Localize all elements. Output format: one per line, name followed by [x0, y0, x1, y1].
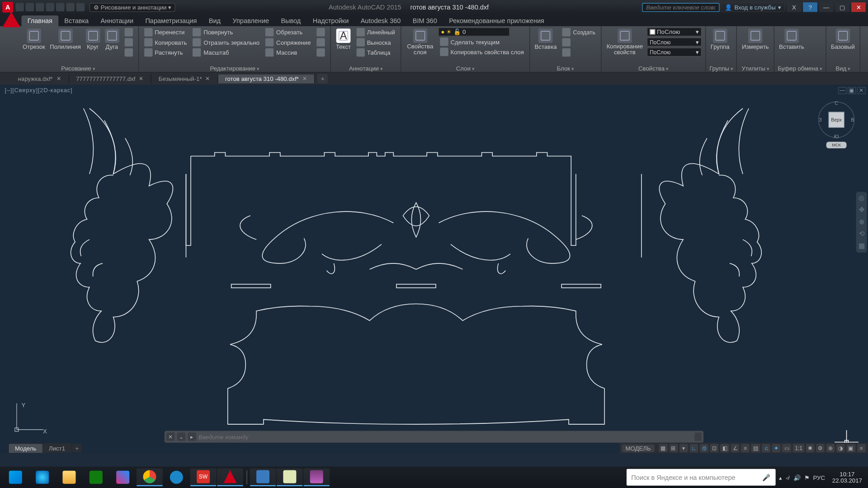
infer-toggle[interactable]: ▾ [679, 444, 688, 452]
baseview-button[interactable]: Базовый [830, 28, 856, 52]
panel-clipboard-title[interactable]: Буфер обмена [778, 64, 822, 72]
transparency-toggle[interactable]: ▤ [751, 444, 760, 452]
selection-cycle[interactable]: ⎌ [762, 444, 770, 452]
hardware-accel[interactable]: ⊕ [826, 444, 835, 452]
tray-flag-icon[interactable]: ⚑ [804, 474, 810, 481]
taskbar-winrar[interactable] [303, 468, 330, 486]
taskbar-explorer[interactable] [56, 468, 82, 486]
ribbon-tab-view[interactable]: Вид [203, 15, 227, 26]
close-icon[interactable]: ✕ [139, 75, 144, 81]
trim-button[interactable]: Обрезать [264, 28, 312, 37]
fillet-button[interactable]: Сопряжение [264, 38, 312, 47]
mirror-button[interactable]: Отразить зеркально [191, 38, 262, 47]
doctab-0[interactable]: наружка.dxf*✕ [11, 74, 69, 83]
yandex-searchbar[interactable]: Поиск в Яндексе и на компьютере 🎤 [627, 469, 776, 486]
qat-redo-icon[interactable] [76, 3, 85, 11]
lineweight-dropdown[interactable]: ПоСлою▾ [647, 38, 702, 47]
drawing-canvas[interactable]: [–][Сверху][2D-каркас] — ▣ ✕ Верх С З В … [0, 84, 868, 453]
clean-screen[interactable]: ▣ [847, 444, 856, 452]
ortho-toggle[interactable]: ∟ [689, 444, 698, 452]
maximize-button[interactable]: ▢ [835, 2, 849, 12]
polyline-button[interactable]: Полилиния [49, 28, 82, 52]
qat-open-icon[interactable] [26, 3, 34, 11]
copy-button[interactable]: Копировать [142, 38, 189, 47]
quick-props[interactable]: ▭ [783, 444, 792, 452]
tray-expand-icon[interactable]: ▴ [779, 474, 782, 481]
doctab-1[interactable]: 777777777777777.dxf✕ [69, 74, 151, 83]
draw-mini-1[interactable] [123, 28, 134, 37]
doctab-3[interactable]: готов августа 310 -480.dxf*✕ [218, 74, 315, 83]
taskbar-notepad[interactable] [277, 468, 303, 486]
qat-saveas-icon[interactable] [46, 3, 54, 11]
arc-button[interactable]: Дуга [104, 28, 120, 52]
tray-network-icon[interactable]: ◃⁾ [786, 474, 790, 481]
ribbon-tab-parametric[interactable]: Параметризация [139, 15, 203, 26]
panel-groups-title[interactable]: Группы [709, 64, 733, 72]
taskbar-store[interactable] [83, 468, 109, 486]
workspace-dropdown[interactable]: ⚙ Рисование и аннотации ▾ [90, 3, 175, 12]
ribbon-tab-insert[interactable]: Вставка [58, 15, 94, 26]
osnap-toggle[interactable]: ⊡ [710, 444, 718, 452]
infocenter-search[interactable] [642, 3, 719, 12]
create-block-button[interactable]: Создать [560, 28, 597, 37]
ribbon-tab-annotate[interactable]: Аннотации [94, 15, 139, 26]
mic-icon[interactable]: 🎤 [762, 474, 770, 481]
new-doc-button[interactable]: + [317, 74, 328, 84]
layout-add-button[interactable]: + [72, 444, 82, 452]
modify-mini-2[interactable] [315, 38, 327, 47]
lwt-toggle[interactable]: ≡ [741, 444, 750, 452]
layout-tab-sheet1[interactable]: Лист1 [42, 443, 72, 453]
modify-mini-3[interactable] [315, 47, 327, 57]
annotation-visibility[interactable]: ✱ [806, 444, 814, 452]
draw-mini-2[interactable] [123, 38, 134, 47]
leader-button[interactable]: Выноска [354, 38, 397, 47]
close-icon[interactable]: ✕ [302, 75, 307, 81]
taskbar-chrome[interactable] [137, 468, 163, 486]
command-input[interactable] [198, 433, 692, 440]
cmdline-recent-icon[interactable]: ▸ [188, 432, 196, 441]
taskbar-clock[interactable]: 10:17 22.03.2017 [829, 471, 866, 484]
taskbar-autocad[interactable] [217, 468, 243, 486]
color-dropdown[interactable]: ПоСлою▾ [647, 28, 702, 37]
paste-button[interactable]: Вставить [778, 28, 805, 52]
customize-status[interactable]: ≡ [857, 444, 865, 452]
exchange-apps-icon[interactable]: X [787, 2, 802, 12]
cmdline-options-icon[interactable]: ⌄ [177, 432, 185, 441]
qat-plot-icon[interactable] [56, 3, 64, 11]
panel-modify-title[interactable]: Редактирование [142, 64, 327, 72]
doctab-2[interactable]: Безымянный-1*✕ [151, 74, 218, 83]
signin-button[interactable]: 👤 Вход в службы ▾ [721, 2, 785, 12]
draw-mini-3[interactable] [123, 47, 134, 57]
array-button[interactable]: Массив [264, 47, 312, 57]
grid-toggle[interactable]: ▦ [659, 444, 668, 452]
taskbar-app1[interactable] [163, 468, 189, 486]
group-button[interactable]: Группа [709, 28, 731, 52]
block-mini-3[interactable] [560, 47, 597, 57]
insert-block-button[interactable]: Вставка [533, 28, 558, 52]
make-current-button[interactable]: Сделать текущим [438, 37, 526, 47]
close-icon[interactable]: ✕ [57, 75, 61, 81]
cmdline-grip-icon[interactable] [694, 432, 702, 441]
ribbon-tab-a360[interactable]: Autodesk 360 [354, 15, 406, 26]
move-button[interactable]: Перенести [142, 28, 189, 37]
ribbon-tab-bim360[interactable]: BIM 360 [407, 15, 443, 26]
taskbar-app2[interactable] [250, 468, 276, 486]
panel-props-title[interactable]: Свойства [605, 64, 702, 72]
block-mini-2[interactable] [560, 38, 597, 47]
taskbar-solidworks[interactable]: SW [190, 468, 217, 486]
line-button[interactable]: Отрезок [21, 28, 46, 52]
otrack-toggle[interactable]: ∠ [731, 444, 739, 452]
ribbon-tab-manage[interactable]: Управление [226, 15, 275, 26]
modelspace-indicator[interactable]: МОДЕЛЬ [622, 444, 655, 452]
match-layer-button[interactable]: Копировать свойства слоя [438, 47, 526, 56]
panel-layers-title[interactable]: Слои [405, 64, 526, 72]
ribbon-tab-home[interactable]: Главная [21, 15, 58, 26]
panel-utils-title[interactable]: Утилиты [741, 64, 770, 72]
ribbon-tab-output[interactable]: Вывод [275, 15, 307, 26]
table-button[interactable]: Таблица [354, 47, 397, 57]
close-icon[interactable]: ✕ [205, 75, 210, 81]
match-props-button[interactable]: Копирование свойств [605, 28, 644, 57]
dim-linear-button[interactable]: Линейный [354, 28, 397, 37]
panel-draw-title[interactable]: Рисование [21, 64, 134, 72]
panel-block-title[interactable]: Блок [533, 64, 597, 72]
